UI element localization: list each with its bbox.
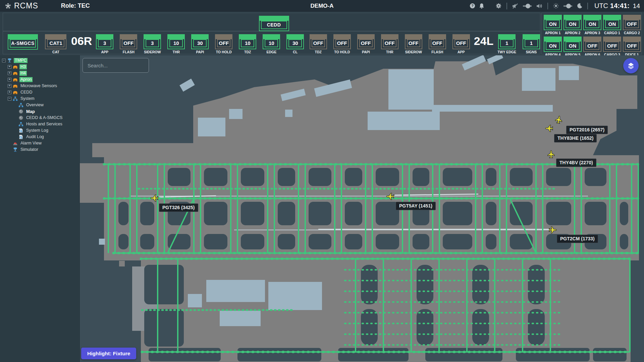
aircraft-label[interactable]: THY83HE (1652) bbox=[554, 134, 597, 142]
toggle-button[interactable]: ON bbox=[564, 15, 582, 30]
control-24l-thr[interactable]: OFFTHR bbox=[381, 34, 398, 54]
aircraft-icon[interactable] bbox=[547, 150, 555, 159]
sidebar-item-overview[interactable]: Overview bbox=[0, 102, 79, 108]
sidebar-item-system-log[interactable]: System Log bbox=[0, 127, 79, 134]
sidebar-item-system[interactable]: −System bbox=[0, 96, 79, 102]
toggle-button[interactable]: 30 bbox=[191, 34, 209, 49]
control-06r-siderow[interactable]: 3SIDEROW bbox=[144, 34, 161, 54]
toggle-button[interactable]: OFF bbox=[381, 34, 398, 49]
toggle-button[interactable]: ON bbox=[583, 15, 601, 30]
sidebar-item-cedd[interactable]: +CEDD bbox=[0, 89, 79, 96]
control-24l-flash[interactable]: OFFFLASH bbox=[429, 34, 446, 54]
area-toggle-apron-4[interactable]: ONAPRON 4 bbox=[544, 37, 562, 57]
toggle-button[interactable]: 1 bbox=[498, 34, 516, 49]
control-24l-tdz[interactable]: OFFTDZ bbox=[310, 34, 327, 54]
control-24l-papi[interactable]: OFFPAPI bbox=[357, 34, 375, 54]
volume-toggle[interactable] bbox=[522, 3, 533, 9]
collapse-toggle[interactable]: − bbox=[8, 97, 11, 101]
cat-toggle-button[interactable]: CAT1 bbox=[45, 34, 66, 49]
control-06r-papi[interactable]: 30PAPI bbox=[191, 34, 209, 54]
sidebar-item-alarm-view[interactable]: Alarm View bbox=[0, 140, 79, 146]
toggle-button[interactable]: OFF bbox=[357, 34, 375, 49]
toggle-button[interactable]: OFF bbox=[310, 34, 327, 49]
expand-toggle[interactable]: + bbox=[8, 90, 11, 94]
area-toggle-apron-5[interactable]: ONAPRON 5 bbox=[564, 37, 582, 57]
toggle-button[interactable]: OFF bbox=[429, 34, 446, 49]
search-input[interactable] bbox=[83, 58, 149, 73]
aircraft-label[interactable]: PGT326 (3425) bbox=[159, 203, 198, 212]
toggle-button[interactable]: ON bbox=[544, 37, 562, 52]
layers-button[interactable] bbox=[623, 58, 639, 73]
toggle-button[interactable]: 3 bbox=[144, 34, 161, 49]
aircraft-icon[interactable] bbox=[150, 194, 159, 202]
aircraft-icon[interactable] bbox=[554, 115, 564, 125]
expand-toggle[interactable]: + bbox=[8, 84, 11, 88]
control-twy-twy-edge[interactable]: 1TWY EDGE bbox=[497, 34, 516, 54]
aircraft-label[interactable]: PGT2016 (2657) bbox=[566, 126, 608, 134]
area-toggle-cargo-2[interactable]: OFFCARGO 2 bbox=[623, 15, 641, 35]
aircraft-label[interactable]: PGT2CM (1733) bbox=[557, 235, 598, 243]
sidebar-item-simulator[interactable]: Simulator bbox=[0, 146, 79, 153]
asmgcs-toggle-button[interactable]: A-SMGCS bbox=[8, 34, 38, 50]
control-06r-flash[interactable]: OFFFLASH bbox=[120, 34, 137, 54]
area-toggle-apron-2[interactable]: ONAPRON 2 bbox=[564, 15, 582, 35]
airport-map[interactable]: PGT2016 (2657)THY83HE (1652)THY4BV (2270… bbox=[80, 55, 644, 362]
gear-icon[interactable] bbox=[496, 3, 501, 9]
toggle-button[interactable]: 3 bbox=[96, 34, 113, 49]
toggle-button[interactable]: OFF bbox=[623, 15, 641, 30]
control-06r-tdz[interactable]: 10TDZ bbox=[239, 34, 256, 54]
toggle-button[interactable]: 1 bbox=[523, 34, 540, 49]
sidebar-item-apron[interactable]: +Apron bbox=[0, 76, 79, 83]
help-icon[interactable]: ? bbox=[470, 3, 475, 9]
expand-toggle[interactable]: + bbox=[8, 78, 11, 81]
bell-icon[interactable] bbox=[479, 3, 484, 9]
area-toggle-cargo-1[interactable]: ONCARGO 1 bbox=[603, 15, 621, 35]
collapse-toggle[interactable]: − bbox=[2, 59, 6, 62]
sidebar-item-tmpc[interactable]: −TMPC bbox=[0, 57, 79, 64]
sidebar-item-hosts-and-services[interactable]: Hosts and Services bbox=[0, 121, 79, 127]
toggle-button[interactable]: OFF bbox=[215, 34, 232, 49]
expand-toggle[interactable]: + bbox=[8, 71, 11, 75]
toggle-button[interactable]: OFF bbox=[120, 34, 137, 49]
highlight-fixture-button[interactable]: Highlight: Fixture bbox=[81, 348, 136, 359]
aircraft-icon[interactable] bbox=[386, 192, 394, 201]
asmgcs-control[interactable]: A-SMGCS bbox=[8, 34, 38, 50]
toggle-button[interactable]: OFF bbox=[452, 34, 470, 49]
toggle-button[interactable]: OFF bbox=[583, 37, 601, 52]
toggle-button[interactable]: ON bbox=[603, 15, 621, 30]
control-twy-signs[interactable]: 1SIGNS bbox=[523, 34, 540, 54]
area-toggle-apron-3[interactable]: ONAPRON 3 bbox=[583, 15, 601, 35]
toggle-button[interactable]: OFF bbox=[405, 34, 422, 49]
area-toggle-apron-1[interactable]: ONAPRON 1 bbox=[544, 15, 562, 35]
control-06r-app[interactable]: 3APP bbox=[96, 34, 113, 54]
sidebar-item-h3[interactable]: +H3 bbox=[0, 64, 79, 70]
control-06r-cl[interactable]: 30CL bbox=[286, 34, 304, 54]
cedd-toggle-button[interactable]: CEDD bbox=[259, 16, 289, 31]
toggle-button[interactable]: OFF bbox=[333, 34, 351, 49]
cedd-control[interactable]: CEDD bbox=[8, 16, 540, 31]
toggle-button[interactable]: 10 bbox=[167, 34, 185, 49]
sidebar-item-microwave-sensors[interactable]: +Microwave Sensors bbox=[0, 83, 79, 89]
cat-control[interactable]: CAT1 CAT bbox=[45, 34, 66, 54]
toggle-button[interactable]: 10 bbox=[239, 34, 256, 49]
area-toggle-cargo-3[interactable]: OFFCARGO 3 bbox=[603, 37, 621, 57]
toggle-button[interactable]: ON bbox=[544, 15, 562, 30]
aircraft-label[interactable]: PGT5AY (1451) bbox=[396, 202, 436, 210]
theme-toggle[interactable] bbox=[562, 3, 573, 9]
toggle-button[interactable]: OFF bbox=[603, 37, 621, 52]
control-24l-to-hold[interactable]: OFFTO HOLD bbox=[333, 34, 351, 54]
toggle-button[interactable]: ON bbox=[564, 37, 582, 52]
sidebar-item-h4[interactable]: +H4 bbox=[0, 70, 79, 76]
control-24l-app[interactable]: OFFAPP bbox=[452, 34, 470, 54]
aircraft-label[interactable]: THY4BV (2270) bbox=[556, 159, 596, 167]
expand-toggle[interactable]: + bbox=[8, 65, 11, 69]
area-toggle-deice-1[interactable]: OFFDEICE 1 bbox=[623, 37, 641, 57]
sidebar-item-map[interactable]: Map bbox=[0, 108, 79, 115]
control-06r-edge[interactable]: 10EDGE bbox=[263, 34, 280, 54]
toggle-button[interactable]: 10 bbox=[263, 34, 280, 49]
control-06r-thr[interactable]: 10THR bbox=[167, 34, 185, 54]
control-06r-to-hold[interactable]: OFFTO HOLD bbox=[215, 34, 232, 54]
area-toggle-apron-6[interactable]: OFFAPRON 6 bbox=[583, 37, 601, 57]
toggle-button[interactable]: OFF bbox=[623, 37, 641, 52]
sidebar-item-audit-log[interactable]: Audit Log bbox=[0, 134, 79, 140]
